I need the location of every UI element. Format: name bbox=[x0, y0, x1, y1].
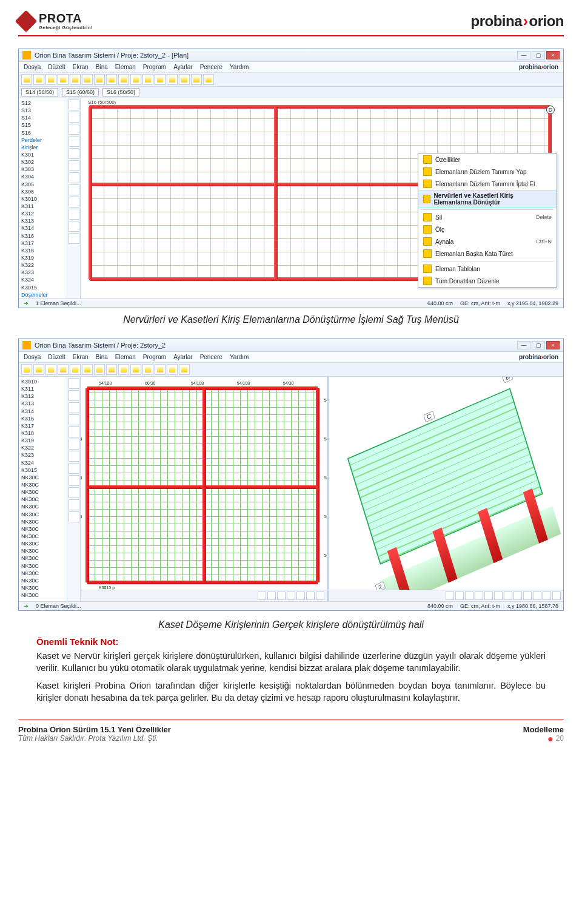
maximize-button[interactable]: ▢ bbox=[532, 51, 545, 59]
tree-item[interactable]: NK30C bbox=[21, 518, 64, 525]
menu-ekran[interactable]: Ekran bbox=[73, 64, 89, 70]
vtool-btn[interactable] bbox=[69, 112, 79, 123]
ctx-nervur-donustur[interactable]: Nervürleri ve Kasetleri Kiriş Elemanları… bbox=[418, 190, 557, 208]
vtool-btn[interactable] bbox=[69, 221, 79, 232]
toolbar-btn[interactable] bbox=[94, 74, 105, 85]
menu-bina[interactable]: Bina bbox=[96, 64, 108, 70]
tab-s16[interactable]: S16 (50/50) bbox=[102, 88, 139, 96]
tree-group-perdeler[interactable]: Perdeler bbox=[21, 137, 64, 144]
tree-item[interactable]: NK30C bbox=[21, 488, 64, 496]
toolbar-btn[interactable] bbox=[45, 74, 56, 85]
vtool-btn[interactable] bbox=[69, 233, 79, 244]
tree-item[interactable]: K311 bbox=[21, 385, 64, 393]
tree-item[interactable]: K3015 bbox=[21, 467, 64, 474]
ctx-olc[interactable]: Ölç bbox=[418, 223, 557, 235]
ctx-aynala[interactable]: AynalaCtrl+N bbox=[418, 235, 557, 248]
tree-item[interactable]: NK30C bbox=[21, 533, 64, 540]
tree-item[interactable]: S12 bbox=[21, 99, 64, 107]
toolbar-btn[interactable] bbox=[191, 74, 202, 85]
vtool-btn[interactable] bbox=[69, 136, 79, 147]
mini-btn[interactable] bbox=[316, 592, 324, 600]
tree-item[interactable]: K314 bbox=[21, 408, 64, 415]
tree-item[interactable]: NK30C bbox=[21, 547, 64, 555]
tree-item[interactable]: S16 bbox=[21, 129, 64, 137]
menu-duzelt[interactable]: Düzelt bbox=[48, 64, 65, 70]
3d-canvas[interactable]: B C 2 bbox=[329, 377, 563, 601]
tree-item[interactable]: K306 bbox=[21, 188, 64, 195]
vtool-btn[interactable] bbox=[69, 463, 79, 474]
toolbar-btn[interactable] bbox=[155, 74, 166, 85]
vtool-btn[interactable] bbox=[69, 148, 79, 159]
tree-item[interactable]: K319 bbox=[21, 254, 64, 261]
toolbar-btn[interactable] bbox=[167, 74, 178, 85]
menu-ayarlar[interactable]: Ayarlar bbox=[173, 64, 193, 70]
vtool-btn[interactable] bbox=[69, 451, 79, 462]
tree-item[interactable]: K312 bbox=[21, 210, 64, 217]
vtool-btn[interactable] bbox=[69, 184, 79, 195]
plan-canvas-2d[interactable]: 54/108 60/30 54/108 54/108 54/30 54/30 5… bbox=[81, 377, 329, 601]
mini-btn[interactable] bbox=[267, 592, 276, 600]
minimize-button[interactable]: — bbox=[517, 341, 530, 349]
vtool-btn[interactable] bbox=[69, 209, 79, 220]
tree-item[interactable]: K304 bbox=[21, 173, 64, 180]
tree-item[interactable]: K305 bbox=[21, 181, 64, 188]
menu-ekran[interactable]: Ekran bbox=[73, 354, 89, 360]
ctx-ozellikler[interactable]: Özellikler bbox=[418, 153, 557, 166]
vtool-btn[interactable] bbox=[69, 124, 79, 135]
vtool-btn[interactable] bbox=[69, 427, 79, 437]
mini-btn[interactable] bbox=[446, 592, 454, 600]
tree-item[interactable]: K3015 bbox=[21, 284, 64, 291]
tree-item[interactable]: NK30C bbox=[21, 496, 64, 503]
menu-bina[interactable]: Bina bbox=[96, 354, 108, 360]
tree-item[interactable]: K316 bbox=[21, 415, 64, 422]
tree-item[interactable]: K313 bbox=[21, 217, 64, 224]
toolbar-btn[interactable] bbox=[70, 364, 81, 375]
menu-yardim[interactable]: Yardım bbox=[230, 64, 249, 70]
toolbar-btn[interactable] bbox=[106, 74, 117, 85]
menu-eleman[interactable]: Eleman bbox=[115, 64, 136, 70]
tree-item[interactable]: NK30C bbox=[21, 503, 64, 510]
vtool-btn[interactable] bbox=[69, 487, 79, 498]
tree-item[interactable]: K316 bbox=[21, 232, 64, 240]
tree-item[interactable]: NK30C bbox=[21, 525, 64, 533]
tree-item[interactable]: NK30C bbox=[21, 540, 64, 547]
tree-item[interactable]: NK30C bbox=[21, 511, 64, 518]
tree-item[interactable]: S13 bbox=[21, 107, 64, 114]
toolbar-btn[interactable] bbox=[82, 364, 93, 375]
mini-btn[interactable] bbox=[543, 592, 551, 600]
tree-item[interactable]: NK30C bbox=[21, 584, 64, 592]
toolbar-btn[interactable] bbox=[33, 74, 44, 85]
tree-item[interactable]: K317 bbox=[21, 240, 64, 247]
toolbar-btn[interactable] bbox=[70, 74, 81, 85]
mini-btn[interactable] bbox=[455, 592, 464, 600]
tree-item[interactable]: K324 bbox=[21, 276, 64, 283]
tree-item[interactable]: K313 bbox=[21, 400, 64, 407]
toolbar-btn[interactable] bbox=[82, 74, 93, 85]
tree-item[interactable]: K317 bbox=[21, 422, 64, 430]
vtool-btn[interactable] bbox=[69, 160, 79, 171]
tree-item[interactable]: K318 bbox=[21, 430, 64, 437]
toolbar-btn[interactable] bbox=[21, 74, 32, 85]
tree-item[interactable]: K323 bbox=[21, 269, 64, 276]
vtool-btn[interactable] bbox=[69, 99, 79, 110]
toolbar-btn[interactable] bbox=[130, 74, 141, 85]
tree-item[interactable]: NK30C bbox=[21, 474, 64, 481]
tree-item[interactable]: NK30C bbox=[21, 481, 64, 488]
toolbar-btn[interactable] bbox=[130, 364, 141, 375]
menu-dosya[interactable]: Dosya bbox=[24, 354, 41, 360]
tree-item[interactable]: K302 bbox=[21, 158, 64, 166]
menu-duzelt[interactable]: Düzelt bbox=[48, 354, 65, 360]
tree-item[interactable]: NK30C bbox=[21, 562, 64, 570]
menu-pencere[interactable]: Pencere bbox=[200, 64, 222, 70]
vtool-btn[interactable] bbox=[69, 378, 79, 389]
mini-btn[interactable] bbox=[475, 592, 483, 600]
vtool-btn[interactable] bbox=[69, 414, 79, 425]
mini-btn[interactable] bbox=[533, 592, 541, 600]
toolbar-btn[interactable] bbox=[179, 74, 190, 85]
mini-btn[interactable] bbox=[296, 592, 305, 600]
mini-btn[interactable] bbox=[523, 592, 532, 600]
mini-btn[interactable] bbox=[494, 592, 503, 600]
close-button[interactable]: × bbox=[546, 51, 560, 59]
menu-yardim[interactable]: Yardım bbox=[230, 354, 249, 360]
vtool-btn[interactable] bbox=[69, 439, 79, 450]
